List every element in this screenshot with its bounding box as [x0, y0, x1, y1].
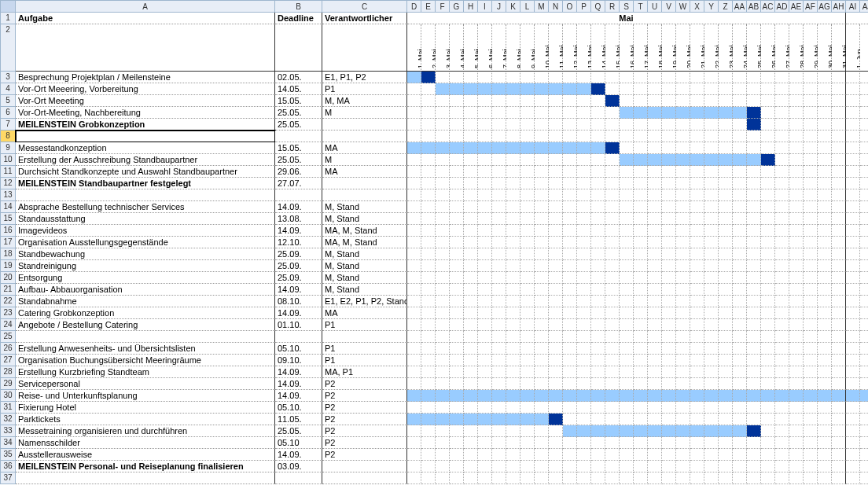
- gantt-cell[interactable]: [846, 154, 860, 166]
- gantt-cell[interactable]: [421, 390, 436, 402]
- gantt-cell[interactable]: [761, 366, 775, 378]
- gantt-cell[interactable]: [761, 390, 775, 402]
- gantt-cell[interactable]: [421, 201, 436, 213]
- gantt-cell[interactable]: [591, 119, 605, 131]
- gantt-cell[interactable]: [506, 119, 520, 131]
- row-header-27[interactable]: 27: [0, 355, 16, 366]
- gantt-cell[interactable]: [676, 390, 690, 402]
- gantt-cell[interactable]: [648, 414, 662, 425]
- gantt-cell[interactable]: [775, 319, 789, 331]
- gantt-cell[interactable]: [719, 343, 733, 355]
- gantt-cell[interactable]: [846, 272, 860, 284]
- gantt-cell[interactable]: [549, 355, 563, 366]
- gantt-cell[interactable]: [464, 425, 478, 437]
- gantt-cell[interactable]: [832, 260, 846, 272]
- gantt-cell[interactable]: [450, 225, 464, 237]
- gantt-cell[interactable]: [747, 366, 761, 378]
- gantt-cell[interactable]: [761, 131, 775, 142]
- gantt-cell[interactable]: [662, 390, 676, 402]
- gantt-cell[interactable]: [421, 83, 436, 95]
- gantt-cell[interactable]: [492, 437, 506, 449]
- gantt-cell[interactable]: [804, 437, 818, 449]
- gantt-cell[interactable]: [733, 366, 747, 378]
- gantt-cell[interactable]: [535, 449, 549, 461]
- gantt-cell[interactable]: [492, 296, 506, 307]
- gantt-cell[interactable]: [577, 437, 591, 449]
- responsible-cell[interactable]: M, Stand: [322, 284, 407, 296]
- gantt-cell[interactable]: [421, 307, 436, 319]
- gantt-cell[interactable]: [789, 213, 804, 225]
- gantt-cell[interactable]: [789, 366, 804, 378]
- gantt-cell[interactable]: [804, 107, 818, 119]
- gantt-cell[interactable]: [577, 131, 591, 142]
- gantt-cell[interactable]: [832, 95, 846, 107]
- deadline-cell[interactable]: 14.09.: [275, 390, 322, 402]
- gantt-cell[interactable]: [733, 72, 747, 83]
- col-header-O[interactable]: O: [563, 0, 577, 13]
- gantt-cell[interactable]: [719, 119, 733, 131]
- gantt-cell[interactable]: [421, 272, 436, 284]
- gantt-cell[interactable]: [676, 343, 690, 355]
- deadline-cell[interactable]: 15.05.: [275, 142, 322, 154]
- gantt-cell[interactable]: [620, 319, 634, 331]
- gantt-cell[interactable]: [704, 107, 719, 119]
- row-header-35[interactable]: 35: [0, 449, 16, 461]
- gantt-cell[interactable]: [761, 414, 775, 425]
- gantt-cell[interactable]: [832, 225, 846, 237]
- gantt-cell[interactable]: [634, 378, 648, 390]
- gantt-cell[interactable]: [818, 237, 832, 248]
- gantt-cell[interactable]: [577, 296, 591, 307]
- gantt-cell[interactable]: [676, 437, 690, 449]
- gantt-cell[interactable]: [563, 366, 577, 378]
- gantt-cell[interactable]: [605, 260, 620, 272]
- gantt-cell[interactable]: [818, 260, 832, 272]
- task-cell[interactable]: Reise- und Unterkunftsplanung: [16, 390, 275, 402]
- gantt-cell[interactable]: [818, 461, 832, 472]
- gantt-cell[interactable]: [733, 131, 747, 142]
- gantt-cell[interactable]: [832, 142, 846, 154]
- gantt-cell[interactable]: [478, 461, 492, 472]
- gantt-cell[interactable]: [436, 343, 450, 355]
- gantt-cell[interactable]: [577, 178, 591, 189]
- gantt-cell[interactable]: [492, 461, 506, 472]
- gantt-cell[interactable]: [464, 437, 478, 449]
- gantt-cell[interactable]: [407, 437, 421, 449]
- gantt-cell[interactable]: [577, 260, 591, 272]
- gantt-cell[interactable]: [464, 355, 478, 366]
- gantt-cell[interactable]: [860, 119, 868, 131]
- gantt-cell[interactable]: [577, 201, 591, 213]
- gantt-cell[interactable]: [719, 154, 733, 166]
- gantt-cell[interactable]: [464, 272, 478, 284]
- gantt-cell[interactable]: [761, 107, 775, 119]
- gantt-cell[interactable]: [789, 142, 804, 154]
- gantt-cell[interactable]: [577, 119, 591, 131]
- gantt-cell[interactable]: [690, 307, 704, 319]
- gantt-cell[interactable]: [478, 178, 492, 189]
- row-header-25[interactable]: 25: [0, 331, 16, 343]
- gantt-cell[interactable]: [450, 378, 464, 390]
- gantt-cell[interactable]: [818, 178, 832, 189]
- deadline-cell[interactable]: 25.05.: [275, 119, 322, 131]
- gantt-cell[interactable]: [662, 131, 676, 142]
- gantt-cell[interactable]: [860, 201, 868, 213]
- col-header-Z[interactable]: Z: [719, 0, 733, 13]
- gantt-cell[interactable]: [407, 166, 421, 178]
- gantt-cell[interactable]: [535, 131, 549, 142]
- row-header-12[interactable]: 12: [0, 178, 16, 189]
- gantt-cell[interactable]: [591, 437, 605, 449]
- gantt-cell[interactable]: [591, 366, 605, 378]
- gantt-cell[interactable]: [761, 319, 775, 331]
- gantt-cell[interactable]: [761, 166, 775, 178]
- row-header-14[interactable]: 14: [0, 201, 16, 213]
- gantt-cell[interactable]: [605, 107, 620, 119]
- gantt-cell[interactable]: [761, 213, 775, 225]
- gantt-cell[interactable]: [804, 131, 818, 142]
- gantt-cell[interactable]: [563, 260, 577, 272]
- gantt-cell[interactable]: [506, 307, 520, 319]
- gantt-cell[interactable]: [747, 331, 761, 343]
- gantt-cell[interactable]: [506, 178, 520, 189]
- gantt-cell[interactable]: [535, 237, 549, 248]
- deadline-cell[interactable]: 13.08.: [275, 213, 322, 225]
- gantt-cell[interactable]: [620, 248, 634, 260]
- gantt-cell[interactable]: [634, 166, 648, 178]
